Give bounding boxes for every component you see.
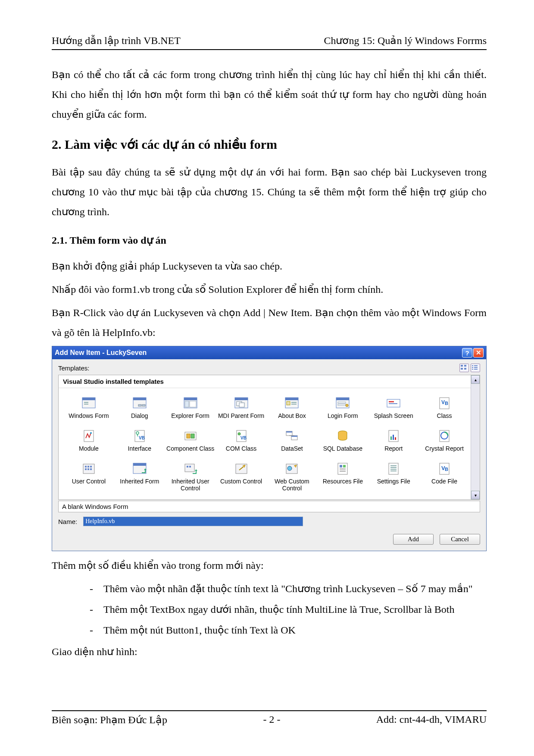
close-button[interactable]: ✕ [473,348,484,358]
template-item-about-box[interactable]: About Box [267,396,317,426]
cancel-button[interactable]: Cancel [440,534,480,545]
template-item-label: Custom Control [220,478,262,492]
settings-file-icon [386,461,401,476]
crystal-report-icon [437,429,452,443]
svg-rect-49 [187,434,190,438]
svg-rect-29 [291,402,297,403]
add-button[interactable]: Add [393,534,434,545]
paragraph-3c: Bạn R-Click vào dự án Luckyseven và chọn… [52,303,487,342]
svg-rect-37 [389,401,394,402]
template-item-class[interactable]: VBClass [419,396,469,426]
template-item-label: Code File [431,478,457,492]
scrollbar[interactable]: ▴ ▾ [471,375,480,499]
template-item-settings-file[interactable]: Settings File [368,461,418,492]
svg-text:VB: VB [240,436,247,440]
template-item-label: Inherited User Control [166,478,215,492]
template-item-windows-form[interactable]: Windows Form [64,396,114,426]
small-icons-view-button[interactable] [471,364,480,372]
template-item-splash-screen[interactable]: Splash Screen [368,396,418,426]
svg-rect-50 [191,434,194,438]
template-item-crystal-report[interactable]: Crystal Report [419,429,469,459]
template-item-label: Explorer Form [171,412,209,426]
template-item-explorer-form[interactable]: Explorer Form [166,396,215,426]
list-item: -Thêm một nút Button1, thuộc tính Text l… [90,620,487,640]
template-item-dialog[interactable]: Dialog [115,396,165,426]
mdi-parent-form-icon [234,396,249,411]
web-custom-control-icon [284,461,300,476]
footer-right: Add: cnt-44-dh, VIMARU [376,714,487,726]
svg-rect-73 [133,463,146,466]
template-item-user-control[interactable]: User Control [64,461,114,492]
template-item-login-form[interactable]: Login Form [318,396,368,426]
svg-rect-70 [87,468,89,470]
page-header: Hướng dẫn lập trình VB.NET Chương 15: Qu… [52,35,487,50]
svg-rect-62 [393,435,394,440]
template-item-component-class[interactable]: Component Class [166,429,215,459]
large-icons-icon [461,365,467,370]
svg-rect-4 [472,365,473,366]
footer-left: Biên soạn: Phạm Đức Lập [52,714,167,726]
template-item-resources-file[interactable]: Resources File [318,461,368,492]
svg-rect-34 [338,404,346,405]
svg-rect-17 [142,405,145,406]
inherited-user-control-icon [183,461,198,476]
template-item-label: Splash Screen [374,412,413,426]
svg-rect-2 [461,368,463,370]
template-item-interface[interactable]: VBInterface [115,429,165,459]
paragraph-3b: Nhấp đôi vào form1.vb trong cửa sổ Solut… [52,279,487,299]
svg-rect-1 [464,365,466,367]
template-item-sql-database[interactable]: SQL Database [318,429,368,459]
list-item-text: Thêm vào một nhãn đặt thuộc tính text là… [103,579,487,599]
paragraph-3a: Bạn khởi động giải pháp Luckyseven ta vừ… [52,256,487,276]
template-item-label: Report [384,445,403,459]
svg-rect-84 [340,465,342,467]
list-item-text: Thêm một TextBox ngay dưới nhãn, thuộc t… [103,599,487,619]
template-item-custom-control[interactable]: Custom Control [216,461,266,492]
svg-rect-92 [390,471,397,471]
svg-rect-32 [336,398,349,400]
template-item-inherited-form[interactable]: Inherited Form [115,461,165,492]
inherited-form-icon [132,461,147,476]
svg-rect-38 [389,403,397,404]
svg-text:V: V [441,399,445,405]
template-item-inherited-user-control[interactable]: Inherited User Control [166,461,215,492]
svg-rect-0 [461,365,463,367]
svg-rect-91 [390,469,397,470]
svg-rect-69 [85,468,87,470]
template-item-web-custom-control[interactable]: Web Custom Control [267,461,317,492]
paragraph-4: Thêm một số điều khiển vào trong form mớ… [52,555,487,575]
svg-rect-89 [390,465,397,466]
help-button[interactable]: ? [462,348,472,358]
template-item-mdi-parent-form[interactable]: MDI Parent Form [216,396,266,426]
svg-rect-33 [338,402,346,403]
template-item-label: User Control [72,478,106,492]
name-input[interactable] [83,517,303,526]
template-item-code-file[interactable]: VBCode File [419,461,469,492]
report-icon [386,429,401,443]
close-icon: ✕ [476,349,481,357]
windows-form-icon [81,396,97,411]
scroll-up-icon[interactable]: ▴ [471,375,480,384]
svg-rect-30 [291,404,297,405]
svg-rect-63 [395,437,396,440]
template-item-report[interactable]: Report [368,429,418,459]
dialog-icon [132,396,147,411]
large-icons-view-button[interactable] [459,364,469,372]
svg-rect-19 [184,398,197,400]
svg-rect-67 [87,466,89,467]
list-item: -Thêm một TextBox ngay dưới nhãn, thuộc … [90,599,487,619]
svg-marker-78 [195,469,197,471]
svg-rect-9 [474,369,478,370]
template-item-label: Settings File [377,478,410,492]
intro-paragraph: Bạn có thể cho tất cả các form trong chư… [52,65,487,124]
svg-point-43 [90,432,92,434]
svg-rect-5 [474,365,478,366]
svg-rect-23 [235,398,248,400]
name-label: Name: [58,518,77,525]
template-item-module[interactable]: Module [64,429,114,459]
page: Hướng dẫn lập trình VB.NET Chương 15: Qu… [0,0,534,756]
dialog-titlebar[interactable]: Add New Item - LuckySeven ? ✕ [52,346,486,359]
template-item-com-class[interactable]: VBCOM Class [216,429,266,459]
template-item-dataset[interactable]: DataSet [267,429,317,459]
scroll-down-icon[interactable]: ▾ [471,491,480,499]
